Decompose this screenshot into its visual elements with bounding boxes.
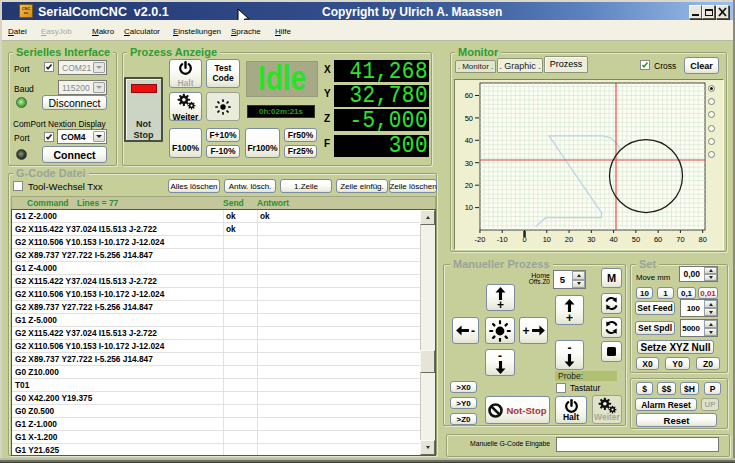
svg-text:-10: -10 <box>497 235 508 244</box>
svg-text:30: 30 <box>465 159 473 168</box>
svg-text:10: 10 <box>465 203 473 212</box>
svg-text:10: 10 <box>543 235 551 244</box>
svg-text:60: 60 <box>465 91 473 100</box>
svg-text:-20: -20 <box>474 235 485 244</box>
svg-text:50: 50 <box>632 235 640 244</box>
svg-text:30: 30 <box>587 235 595 244</box>
svg-text:70: 70 <box>676 235 684 244</box>
svg-text:40: 40 <box>609 235 617 244</box>
svg-text:20: 20 <box>465 181 473 190</box>
svg-text:20: 20 <box>565 235 573 244</box>
svg-text:50: 50 <box>465 114 473 123</box>
svg-text:80: 80 <box>699 235 707 244</box>
svg-text:40: 40 <box>465 136 473 145</box>
svg-text:60: 60 <box>654 235 662 244</box>
